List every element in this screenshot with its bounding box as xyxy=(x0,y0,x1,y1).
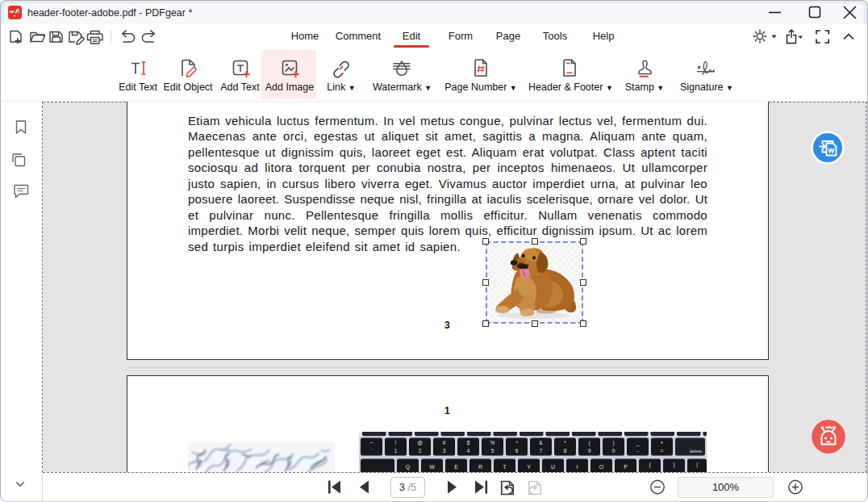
svg-text:T: T xyxy=(503,464,507,470)
svg-text:O: O xyxy=(599,464,604,470)
svg-text:0: 0 xyxy=(612,448,616,454)
svg-text:$: $ xyxy=(467,440,470,446)
svg-text:_: _ xyxy=(636,440,640,446)
svg-text:5: 5 xyxy=(491,448,495,454)
svg-text:): ) xyxy=(612,440,614,446)
svg-text:E: E xyxy=(454,464,458,470)
svg-text:4: 4 xyxy=(467,448,470,454)
svg-text:@: @ xyxy=(417,440,423,446)
svg-text:2: 2 xyxy=(419,448,422,454)
svg-text:`: ` xyxy=(370,448,372,454)
svg-text:P: P xyxy=(624,464,628,470)
svg-text:U: U xyxy=(551,464,555,470)
svg-text:3: 3 xyxy=(443,448,446,454)
svg-text:Y: Y xyxy=(527,464,531,470)
svg-text:8: 8 xyxy=(564,448,567,454)
svg-text:W: W xyxy=(429,464,435,470)
svg-text:Q: Q xyxy=(406,464,411,471)
svg-text:1: 1 xyxy=(394,448,398,454)
svg-text:R: R xyxy=(478,464,482,470)
svg-text:#: # xyxy=(443,440,446,446)
svg-text:-: - xyxy=(636,448,638,454)
svg-text:~: ~ xyxy=(370,440,373,446)
svg-text:&: & xyxy=(539,440,543,446)
svg-text:7: 7 xyxy=(540,448,543,454)
svg-text:+: + xyxy=(661,440,664,446)
svg-text:%: % xyxy=(490,440,495,446)
svg-text:!: ! xyxy=(395,440,397,446)
svg-text:=: = xyxy=(661,448,664,454)
svg-text:delete: delete xyxy=(690,449,702,454)
svg-text:|: | xyxy=(696,462,698,468)
svg-text:I: I xyxy=(577,464,578,470)
svg-text:6: 6 xyxy=(515,448,519,454)
svg-text:9: 9 xyxy=(588,448,591,454)
